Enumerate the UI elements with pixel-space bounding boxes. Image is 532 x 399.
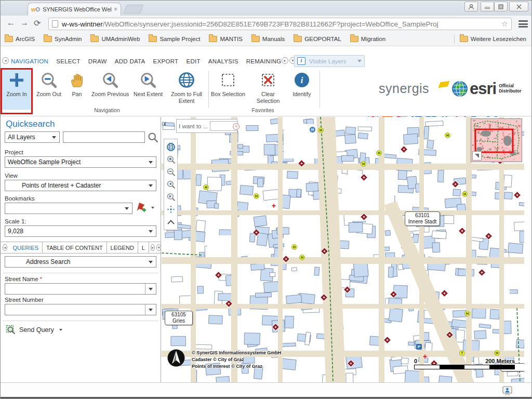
- map-globe-icon[interactable]: [165, 141, 177, 153]
- map-next-extent-icon[interactable]: [165, 191, 177, 203]
- group-caption-favorites: Favorites: [229, 107, 297, 113]
- district-label-innere-stadt: 63101Innere Stadt: [405, 211, 440, 226]
- folder-icon: [5, 36, 13, 42]
- bookmark-umadminweb[interactable]: UMAdminWeb: [90, 36, 140, 42]
- session-share-icon[interactable]: [502, 386, 512, 396]
- bookmark-synadmin[interactable]: SynAdmin: [44, 36, 82, 42]
- clear-selection-icon: [261, 69, 275, 91]
- box-selection-button[interactable]: Box Selection: [210, 69, 246, 110]
- map-locate-icon[interactable]: [165, 203, 177, 216]
- street-name-combo[interactable]: [5, 283, 156, 295]
- bookmark-manuals[interactable]: Manuals: [251, 36, 285, 42]
- send-query-caret-icon: [59, 329, 62, 331]
- clear-selection-button[interactable]: Clear Selection: [251, 69, 285, 110]
- back-button[interactable]: ←: [7, 18, 15, 28]
- i-want-to-box[interactable]: I want to ... ×: [176, 119, 237, 133]
- add-bookmark-icon[interactable]: [136, 202, 147, 214]
- scale-select[interactable]: 9,028: [5, 225, 156, 237]
- bookmark-arcgis[interactable]: ArcGIS: [5, 36, 35, 42]
- minimize-button[interactable]: [481, 2, 494, 11]
- quicksearch-title: Quicksearch: [6, 119, 55, 129]
- zoom-out-button[interactable]: Zoom Out: [34, 69, 64, 110]
- overview-minimap[interactable]: [471, 118, 522, 162]
- project-select[interactable]: WebOffice Sample Project: [5, 156, 156, 168]
- quicksearch-layer-select[interactable]: All Layers: [5, 131, 60, 143]
- folder-icon: [149, 36, 157, 42]
- menu-item-draw[interactable]: DRAW: [88, 58, 107, 64]
- map-canvas: [162, 117, 524, 382]
- quicksearch-input[interactable]: [63, 131, 145, 143]
- panel-collapse-icon[interactable]: ‹: [164, 119, 166, 128]
- tabs-overflow-icon[interactable]: ▾: [156, 244, 161, 251]
- map-toolbar-collapse-icon[interactable]: [165, 216, 177, 228]
- box-selection-icon: [221, 69, 235, 91]
- forward-button[interactable]: →: [20, 18, 29, 28]
- bookmark-caret-icon[interactable]: [151, 207, 154, 209]
- info-bubble-icon: i: [297, 57, 305, 65]
- bookmark-more-folder[interactable]: Weitere Lesezeichen: [453, 35, 526, 43]
- zoom-full-extent-button[interactable]: Zoom to Full Extent: [167, 69, 206, 110]
- bookmark-geoportal[interactable]: GEOPORTAL: [294, 36, 341, 42]
- menu-item-select[interactable]: SELECT: [56, 58, 81, 64]
- bookmark-label: Manuals: [262, 36, 285, 42]
- map-marker-h: H: [376, 150, 382, 156]
- menu-scroll-right-icon[interactable]: ▸: [282, 57, 288, 64]
- identify-button[interactable]: i Identify: [287, 69, 316, 110]
- maximize-icon: [498, 4, 503, 9]
- minimap-collapse-button[interactable]: [472, 151, 482, 161]
- bookmark-mantis[interactable]: MANTIS: [209, 36, 242, 42]
- tabs-scroll-right-icon[interactable]: ▸: [151, 244, 155, 251]
- menu-item-remaining[interactable]: REMAINING: [246, 58, 282, 64]
- menu-scroll-left-icon[interactable]: ◂: [2, 57, 9, 64]
- street-number-label: Street Number: [5, 297, 44, 303]
- bookmarks-select[interactable]: [5, 203, 132, 214]
- scale-label: Scale 1:: [5, 218, 26, 224]
- folder-icon: [350, 36, 358, 42]
- sidebar-tab-l[interactable]: L: [138, 242, 149, 253]
- weboffice-favicon: wO: [31, 6, 40, 12]
- next-extent-button[interactable]: Next Extent: [130, 69, 166, 110]
- street-number-combo[interactable]: [5, 304, 156, 315]
- visible-layers-dropdown[interactable]: i Visible Layers: [294, 55, 365, 67]
- view-select[interactable]: Points of Interest + Cadaster: [5, 180, 156, 191]
- menu-item-export[interactable]: EXPORT: [153, 58, 179, 64]
- profile-button[interactable]: [464, 2, 478, 11]
- pan-button[interactable]: Pan: [65, 69, 89, 110]
- map-zoom-in-icon[interactable]: [165, 153, 177, 166]
- bookmark-migration[interactable]: Migration: [350, 36, 385, 42]
- url-path: /WebOffice/synserver;jsessionid=256D82E8…: [103, 20, 499, 28]
- quicksearch-magnifier-icon[interactable]: [148, 132, 158, 143]
- bookmark-star-icon[interactable]: ☆: [501, 19, 508, 29]
- zoom-previous-button[interactable]: Zoom Previous: [91, 69, 129, 110]
- menu-item-analysis[interactable]: ANALYSIS: [208, 58, 238, 64]
- map-viewport[interactable]: HHHHHHHHHHHHTP++ ‹ I want to ... ×: [162, 117, 524, 382]
- zoom-in-button[interactable]: Zoom In: [2, 69, 32, 110]
- map-marker-h: H: [203, 184, 209, 190]
- browser-tab[interactable]: wO SYNERGIS WebOffice Wel ×: [28, 3, 121, 16]
- address-bar[interactable]: w-ws-wintner /WebOffice/synserver;jsessi…: [48, 18, 512, 30]
- menu-item-add-data[interactable]: ADD DATA: [115, 58, 145, 64]
- send-query-button[interactable]: Send Query: [6, 325, 62, 335]
- sidebar-tab-table-of-content[interactable]: TABLE OF CONTENT: [43, 242, 107, 253]
- new-tab-button[interactable]: [124, 5, 144, 14]
- sidebar-tab-queries[interactable]: QUERIES: [9, 242, 43, 253]
- bookmark-label: ArcGIS: [16, 36, 35, 42]
- map-marker-h: H: [462, 191, 468, 197]
- query-selector[interactable]: Address Search: [5, 256, 156, 268]
- maximize-button[interactable]: [494, 2, 508, 11]
- sidebar-tab-legend[interactable]: LEGEND: [107, 242, 138, 253]
- folder-icon: [209, 36, 217, 42]
- tabs-scroll-left-icon[interactable]: ◂: [3, 244, 7, 251]
- bookmark-sample-project[interactable]: Sample Project: [149, 36, 200, 42]
- chrome-menu-button[interactable]: [518, 20, 528, 29]
- reload-button[interactable]: ⟳: [34, 18, 41, 28]
- menu-item-navigation[interactable]: NAVIGATION: [11, 58, 48, 64]
- map-zoom-previous-icon[interactable]: [165, 178, 177, 191]
- map-zoom-out-icon[interactable]: [165, 166, 177, 178]
- i-want-to-close-icon[interactable]: ×: [233, 123, 240, 130]
- pan-hand-icon: [69, 69, 85, 91]
- folder-icon: [44, 36, 52, 42]
- close-button[interactable]: [509, 2, 528, 11]
- menu-item-edit[interactable]: EDIT: [186, 58, 200, 64]
- tab-close-icon[interactable]: ×: [114, 6, 117, 13]
